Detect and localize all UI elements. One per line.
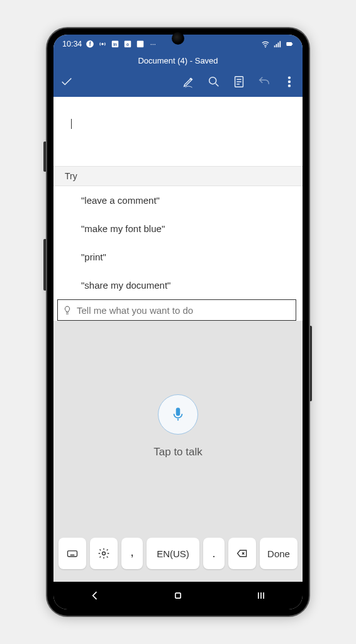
- wifi-icon: [261, 40, 270, 48]
- keyboard-switch-key[interactable]: [58, 538, 86, 569]
- svg-point-8: [265, 47, 266, 48]
- document-area[interactable]: [53, 97, 303, 166]
- screen: 10:34 f in o ··· Document (4) - Saved: [53, 35, 303, 609]
- svg-rect-14: [292, 43, 292, 45]
- document-title: Document (4) - Saved: [138, 56, 218, 65]
- more-vert-icon[interactable]: [282, 75, 296, 89]
- backspace-icon: [236, 547, 248, 560]
- mic-button[interactable]: [158, 394, 198, 435]
- svg-point-2: [102, 43, 104, 45]
- home-button[interactable]: [172, 589, 184, 602]
- mic-icon: [170, 406, 186, 423]
- undo-icon[interactable]: [257, 75, 271, 89]
- language-key[interactable]: EN(US): [147, 538, 199, 569]
- gear-icon: [97, 547, 110, 560]
- tell-me-box[interactable]: [57, 299, 296, 321]
- hotspot-icon: [98, 40, 107, 48]
- tell-me-input[interactable]: [77, 305, 296, 316]
- suggestion-item[interactable]: "print": [53, 243, 303, 271]
- battery-icon: [285, 40, 294, 48]
- text-cursor: [71, 119, 197, 129]
- suggestions-list: "leave a comment" "make my font blue" "p…: [53, 186, 303, 299]
- svg-point-17: [289, 77, 291, 79]
- phone-frame: 10:34 f in o ··· Document (4) - Saved: [47, 28, 309, 616]
- search-icon[interactable]: [207, 75, 221, 89]
- svg-text:f: f: [89, 42, 91, 47]
- svg-point-18: [289, 81, 291, 83]
- keyboard-icon: [66, 547, 79, 560]
- period-key[interactable]: .: [203, 538, 225, 569]
- svg-rect-22: [175, 593, 181, 598]
- facebook-icon: f: [86, 40, 94, 48]
- suggestion-item[interactable]: "make my font blue": [53, 214, 303, 243]
- svg-point-19: [289, 85, 291, 87]
- settings-key[interactable]: [90, 538, 118, 569]
- lightbulb-icon: [58, 305, 77, 315]
- pen-icon[interactable]: [182, 75, 196, 89]
- done-key[interactable]: Done: [260, 538, 298, 569]
- suggestion-item[interactable]: "leave a comment": [53, 186, 303, 214]
- tap-to-talk-label: Tap to talk: [153, 446, 203, 458]
- svg-text:o: o: [126, 42, 129, 47]
- more-icon: ···: [148, 40, 157, 48]
- confirm-button[interactable]: [60, 75, 74, 89]
- comma-key[interactable]: ,: [121, 538, 143, 569]
- svg-rect-9: [274, 45, 275, 47]
- statusbar-time: 10:34: [62, 40, 82, 48]
- exchange-icon: [136, 40, 145, 48]
- svg-rect-10: [276, 44, 277, 47]
- svg-point-21: [103, 552, 106, 555]
- back-button[interactable]: [89, 589, 101, 602]
- svg-rect-11: [278, 43, 279, 48]
- suggestion-item[interactable]: "share my document": [53, 271, 303, 299]
- svg-rect-20: [68, 551, 77, 557]
- toolbar: [53, 69, 303, 97]
- svg-rect-13: [286, 42, 292, 46]
- signal-icon: [273, 40, 282, 48]
- linkedin-icon: in: [111, 40, 120, 48]
- svg-rect-12: [280, 41, 281, 47]
- voice-panel: Tap to talk: [53, 321, 303, 531]
- reading-view-icon[interactable]: [232, 75, 246, 89]
- titlebar: Document (4) - Saved: [53, 53, 303, 69]
- front-camera: [172, 32, 184, 45]
- outlook-icon: o: [123, 40, 132, 48]
- suggestions-header: Try: [53, 166, 303, 186]
- try-label: Try: [65, 171, 77, 181]
- svg-rect-7: [137, 41, 144, 48]
- svg-point-15: [209, 77, 216, 84]
- backspace-key[interactable]: [228, 538, 256, 569]
- recents-button[interactable]: [255, 589, 267, 602]
- keyboard-row: , EN(US) . Done: [53, 531, 303, 582]
- android-navbar: [53, 582, 303, 609]
- svg-text:in: in: [113, 42, 117, 47]
